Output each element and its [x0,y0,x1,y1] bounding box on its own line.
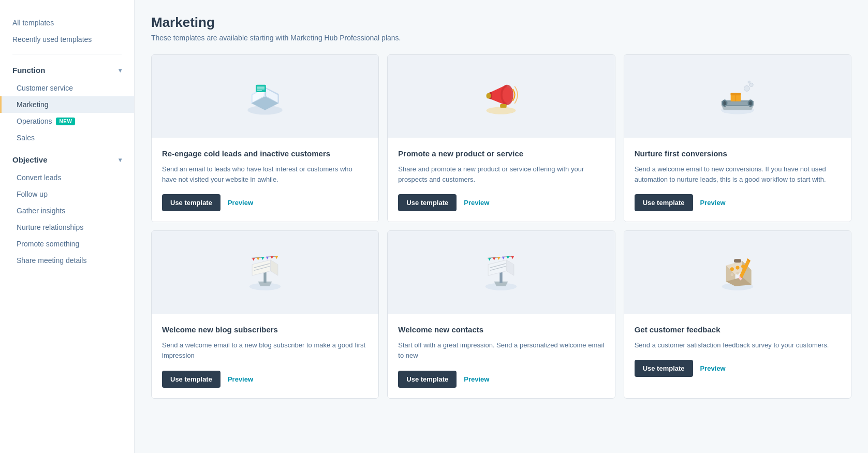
card-title-5: Welcome new contacts [398,324,604,335]
card-image-area-4 [152,231,378,314]
use-template-button-4[interactable]: Use template [162,371,220,388]
sidebar-item-nurture-relationships[interactable]: Nurture relationships [0,219,134,236]
sidebar-link-all-templates[interactable]: All templates [0,14,134,31]
card-body-1: Re-engage cold leads and inactive custom… [152,138,378,222]
card-actions-6: Use template Preview [635,360,841,377]
card-image-area-6 [624,231,851,314]
svg-marker-56 [497,257,500,260]
card-actions-3: Use template Preview [635,194,841,211]
page-title: Marketing [151,14,851,31]
use-template-button-6[interactable]: Use template [635,360,693,377]
svg-point-29 [744,86,749,92]
svg-point-67 [735,266,739,270]
card-desc-1: Send an email to leads who have lost int… [162,164,368,185]
card-desc-5: Start off with a great impression. Send … [398,340,604,361]
sidebar-objective-items: Convert leads Follow up Gather insights … [0,169,134,269]
sidebar-item-marketing[interactable]: Marketing [0,96,134,113]
celebrate2-illustration [478,252,524,293]
sidebar-item-operations[interactable]: Operations NEW [0,113,134,129]
preview-button-6[interactable]: Preview [700,364,726,372]
svg-line-39 [251,256,278,258]
template-card-6: Get customer feedback Send a customer sa… [624,230,851,398]
template-card-2: Promote a new product or service Share a… [387,54,615,222]
svg-marker-54 [489,258,491,261]
use-template-button-1[interactable]: Use template [162,194,220,211]
card-body-3: Nurture first conversions Send a welcome… [624,138,851,222]
sidebar-section-objective[interactable]: Objective ▾ [0,150,134,169]
sidebar-item-convert-leads[interactable]: Convert leads [0,169,134,186]
card-title-2: Promote a new product or service [398,148,604,159]
template-card-3: Nurture first conversions Send a welcome… [624,54,851,222]
celebrate1-illustration [242,252,288,293]
sidebar-section-objective-label: Objective [12,155,48,164]
card-actions-4: Use template Preview [162,371,368,388]
sidebar-item-customer-service[interactable]: Customer service [0,80,134,96]
card-desc-3: Send a welcome email to new conversions.… [635,164,841,185]
card-actions-1: Use template Preview [162,194,368,211]
svg-marker-42 [261,257,264,260]
svg-point-23 [749,101,752,106]
svg-line-53 [488,256,514,258]
sidebar-item-share-meeting-details[interactable]: Share meeting details [0,252,134,269]
svg-marker-58 [507,256,509,259]
card-body-4: Welcome new blog subscribers Send a welc… [152,314,378,398]
sidebar-section-function-label: Function [12,66,45,75]
svg-rect-16 [501,104,507,108]
chevron-down-icon: ▾ [119,67,122,74]
svg-marker-18 [722,106,754,110]
svg-marker-43 [266,257,269,259]
preview-button-5[interactable]: Preview [464,375,489,383]
page-subtitle: These templates are available starting w… [151,34,851,42]
svg-marker-40 [252,258,255,261]
sidebar-section-function[interactable]: Function ▾ [0,61,134,80]
use-template-button-2[interactable]: Use template [398,194,457,211]
template-card-5: Welcome new contacts Start off with a gr… [387,230,615,398]
svg-marker-44 [271,256,273,259]
card-actions-5: Use template Preview [398,371,604,388]
sidebar-item-sales[interactable]: Sales [0,129,134,146]
book-illustration [242,76,288,117]
svg-point-70 [736,272,739,274]
sidebar-link-recently-used[interactable]: Recently used templates [0,31,134,48]
template-card-1: Re-engage cold leads and inactive custom… [151,54,379,222]
card-body-2: Promote a new product or service Share a… [388,138,614,222]
svg-marker-50 [507,260,514,275]
sidebar-function-items: Customer service Marketing Operations NE… [0,80,134,146]
conveyor-illustration [714,76,761,117]
card-image-area-5 [388,231,614,314]
card-image-area-1 [152,55,378,138]
card-desc-2: Share and promote a new product or servi… [398,164,604,185]
sidebar-divider [12,54,122,54]
svg-point-69 [730,273,733,276]
sidebar-item-promote-something[interactable]: Promote something [0,236,134,252]
preview-button-2[interactable]: Preview [464,199,489,207]
preview-button-3[interactable]: Preview [700,199,726,207]
preview-button-4[interactable]: Preview [228,375,253,383]
megaphone-illustration [478,76,524,117]
card-body-5: Welcome new contacts Start off with a gr… [388,314,614,398]
svg-point-30 [749,83,753,86]
card-desc-6: Send a customer satisfaction feedback su… [635,340,841,350]
svg-marker-55 [493,258,495,260]
svg-marker-36 [271,260,278,275]
survey-illustration [714,252,761,293]
sidebar-item-follow-up[interactable]: Follow up [0,186,134,202]
svg-point-31 [748,81,750,83]
svg-point-66 [730,268,734,271]
use-template-button-3[interactable]: Use template [635,194,693,211]
template-card-4: Welcome new blog subscribers Send a welc… [151,230,379,398]
svg-marker-45 [275,256,278,259]
card-body-6: Get customer feedback Send a customer sa… [624,314,851,398]
sidebar-item-gather-insights[interactable]: Gather insights [0,202,134,219]
template-grid: Re-engage cold leads and inactive custom… [151,54,851,399]
main-content: Marketing These templates are available … [135,0,868,453]
preview-button-1[interactable]: Preview [228,199,253,207]
svg-marker-57 [502,257,505,259]
sidebar: All templates Recently used templates Fu… [0,0,135,453]
use-template-button-5[interactable]: Use template [398,371,457,388]
chevron-down-icon-2: ▾ [119,156,122,164]
card-title-6: Get customer feedback [635,324,841,335]
card-desc-4: Send a welcome email to a new blog subsc… [162,340,368,361]
card-actions-2: Use template Preview [398,194,604,211]
svg-marker-41 [257,258,259,260]
